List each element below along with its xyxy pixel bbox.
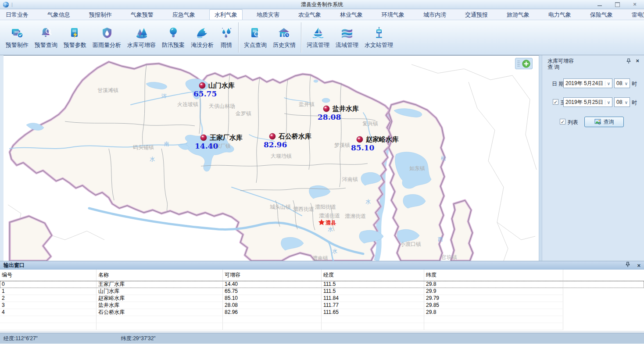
marker-highlight: [271, 135, 273, 136]
date-from-select[interactable]: 2019年 5月24日∨: [563, 78, 612, 88]
map-add-layer-button[interactable]: [515, 58, 533, 69]
town-label-盐井镇: 盐井镇: [299, 101, 315, 107]
toolbar-button-面雨量分析[interactable]: 面雨量分析: [89, 24, 124, 51]
table-row-3[interactable]: 3盐井水库28.08111.7729.85: [0, 302, 644, 309]
marker-highlight: [200, 84, 203, 85]
menu-item-农业气象[interactable]: 农业气象: [293, 9, 326, 20]
reservoir-value-label: 65.75: [193, 89, 217, 98]
table-cell: [223, 316, 322, 323]
menu-item-预报制作[interactable]: 预报制作: [84, 9, 117, 20]
menu-item-日常业务[interactable]: 日常业务: [1, 9, 33, 20]
county-map[interactable]: 甘溪滩镇火连坡镇天供山林场金罗镇盐井镇复兴镇码头铺镇王家厂镇大堰垱镇梦溪镇涔南镇…: [4, 56, 539, 261]
table-cell: 85.10: [223, 295, 322, 302]
toolbar-button-防汛预案[interactable]: 防汛预案: [159, 24, 188, 51]
alert-edit-icon: [11, 26, 24, 39]
table-cell: 赵家峪水库: [97, 295, 223, 302]
column-header-纬度[interactable]: 纬度: [424, 270, 563, 281]
output-window-title: 输出窗口: [4, 262, 25, 269]
town-label-城头山镇: 城头山镇: [270, 204, 291, 210]
menu-item-雷电预警[interactable]: 雷电预警: [627, 9, 644, 20]
town-label-澧南镇: 澧南镇: [312, 255, 328, 261]
toolbar-button-淹没分析[interactable]: 淹没分析: [188, 24, 217, 51]
column-header-名称[interactable]: 名称: [97, 270, 223, 281]
table-row-0[interactable]: 0王家厂水库14.40111.529.8: [0, 281, 644, 288]
query-button[interactable]: 查询: [584, 117, 624, 127]
toolbar-button-预警查询[interactable]: 预警查询: [32, 24, 61, 51]
toolbar-separator: [238, 22, 239, 53]
restore-button[interactable]: [614, 2, 620, 7]
map-canvas[interactable]: 甘溪滩镇火连坡镇天供山林场金罗镇盐井镇复兴镇码头铺镇王家厂镇大堰垱镇梦溪镇涔南镇…: [4, 55, 539, 261]
table-cell: 111.84: [322, 295, 424, 302]
menu-item-保险气象[interactable]: 保险气象: [585, 9, 618, 20]
table-cell: 111.65: [322, 309, 424, 316]
pin-icon[interactable]: [626, 58, 631, 66]
panel-close-icon[interactable]: ×: [636, 57, 639, 64]
table-cell: 4: [0, 309, 97, 316]
menu-item-林业气象[interactable]: 林业气象: [335, 9, 368, 20]
menu-item-气象预警[interactable]: 气象预警: [126, 9, 158, 20]
reservoir-marker-icon[interactable]: [199, 82, 205, 89]
column-header-可增容[interactable]: 可增容: [223, 270, 322, 281]
table-cell: 111.5: [322, 288, 424, 295]
table-cell: 65.75: [223, 288, 322, 295]
toolbar-button-预警制作[interactable]: 预警制作: [3, 24, 32, 51]
hour-to-select[interactable]: 08∨: [614, 97, 630, 107]
menu-item-气象信息[interactable]: 气象信息: [43, 9, 75, 20]
chevron-down-icon: ∨: [623, 100, 630, 105]
reservoir-marker-icon[interactable]: [200, 135, 207, 141]
status-bar: 经度:112°6'27" 纬度:29°37'32": [0, 333, 644, 344]
river-manage-icon: [311, 26, 325, 39]
table-row-2[interactable]: 2赵家峪水库85.10111.8429.79: [0, 295, 644, 302]
menu-item-交通预报[interactable]: 交通预报: [460, 9, 493, 20]
menu-item-水利气象[interactable]: 水利气象: [209, 9, 243, 20]
river-label: 水: [328, 226, 333, 232]
toolbar-button-历史灾情[interactable]: 历史灾情: [270, 24, 299, 51]
toolbar-button-灾点查询[interactable]: 灾点查询: [241, 24, 270, 51]
close-button[interactable]: ×: [632, 2, 638, 7]
list-label: 列表: [568, 119, 578, 126]
reservoir-marker-icon[interactable]: [323, 106, 329, 112]
toolbar-button-流域管理[interactable]: 流域管理: [333, 24, 361, 51]
reservoir-marker-icon[interactable]: [357, 136, 363, 142]
column-header-编号[interactable]: 编号: [0, 270, 97, 281]
menu-item-城市内涝[interactable]: 城市内涝: [419, 9, 451, 20]
town-label-大堰垱镇: 大堰垱镇: [271, 153, 292, 159]
table-row-empty[interactable]: [0, 316, 644, 323]
toolbar-button-雨情[interactable]: 雨情: [217, 24, 236, 51]
reservoir-name-label: 赵家峪水库: [365, 135, 399, 143]
town-label-复兴镇: 复兴镇: [362, 121, 378, 127]
menu-item-地质灾害[interactable]: 地质灾害: [252, 9, 284, 20]
table-cell: [0, 323, 97, 330]
table-row-4[interactable]: 4石公桥水库82.96111.6529.8: [0, 309, 644, 316]
date-to-select[interactable]: 2019年 5月25日∨: [563, 97, 612, 107]
pin-icon[interactable]: [626, 262, 630, 269]
menu-item-旅游气象[interactable]: 旅游气象: [502, 9, 534, 20]
panel-title: 水库可增容 查 询: [547, 58, 574, 70]
table-row-empty[interactable]: [0, 323, 644, 330]
to-checkbox[interactable]: ✓: [553, 99, 558, 105]
toolbar-button-河流管理[interactable]: 河流管理: [304, 24, 333, 51]
menu-item-应急气象[interactable]: 应急气象: [168, 9, 200, 20]
town-label-小渡口镇: 小渡口镇: [400, 241, 421, 247]
table-cell: [424, 323, 563, 330]
menu-bar: 日常业务气象信息预报制作气象预警应急气象水利气象地质灾害农业气象林业气象环境气象…: [0, 9, 644, 20]
output-close-icon[interactable]: ×: [637, 262, 640, 269]
menu-item-电力气象[interactable]: 电力气象: [544, 9, 576, 20]
toolbar-button-水文站管理[interactable]: 水文站管理: [361, 24, 396, 51]
list-checkbox[interactable]: ✓: [560, 119, 565, 124]
town-label-天供山林场: 天供山林场: [209, 103, 235, 109]
reservoir-value-label: 14.40: [195, 142, 218, 150]
toolbar-button-预警参数[interactable]: 预警参数: [61, 24, 89, 51]
reservoir-marker-icon[interactable]: [269, 133, 275, 139]
minimize-button[interactable]: [597, 2, 603, 7]
panel-splitter[interactable]: [539, 55, 542, 261]
hour-from-select[interactable]: 08∨: [614, 78, 630, 88]
chevron-down-icon: ∨: [623, 81, 630, 86]
table-row-1[interactable]: 1山门水库65.75111.529.9: [0, 288, 644, 295]
table-cell: [97, 316, 223, 323]
column-header-经度[interactable]: 经度: [322, 270, 424, 281]
toolbar-button-水库可增容[interactable]: 水库可增容: [124, 24, 159, 51]
disaster-history-icon: [278, 26, 291, 39]
menu-item-环境气象[interactable]: 环境气象: [377, 9, 409, 20]
table-cell: 3: [0, 302, 97, 309]
